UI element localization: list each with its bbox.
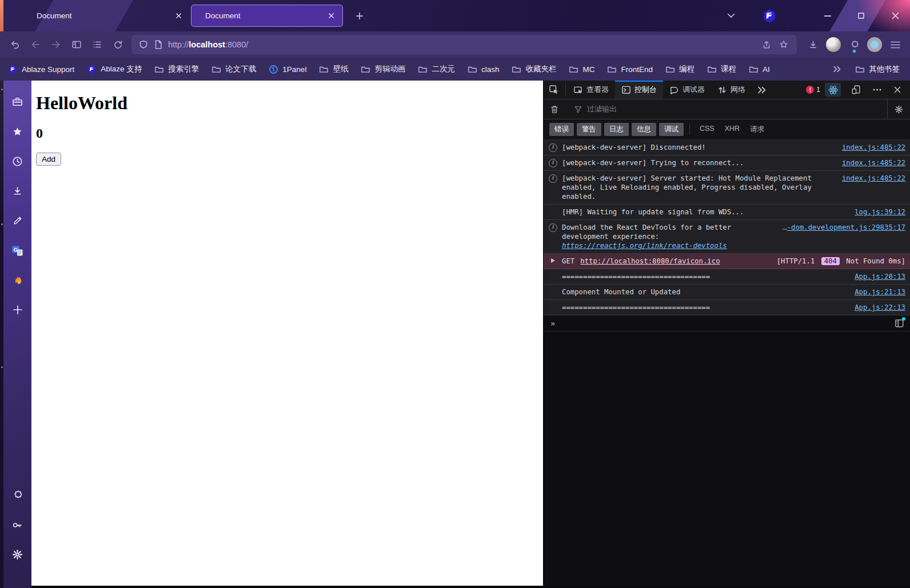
console-row[interactable]: Download the React DevTools for a better… [544,220,910,254]
bookmark-item[interactable]: FrontEnd [607,65,653,74]
responsive-design-icon[interactable] [846,85,867,95]
devtools-close-icon[interactable] [887,86,908,93]
browser-logo-icon[interactable] [759,0,780,31]
react-devtools-link[interactable]: https://reactjs.org/link/react-devtools [562,242,727,250]
tracking-shield-icon[interactable] [138,39,149,50]
filter-level-button[interactable]: 调试 [659,123,684,136]
url-bar[interactable]: http://localhost:8080/ [131,35,797,54]
filter-level-button[interactable]: 警告 [577,123,601,136]
bookmark-item[interactable]: 编程 [665,64,695,74]
add-panel-plus-icon[interactable] [8,300,27,319]
bookmark-item[interactable]: clash [468,65,500,74]
back-button[interactable] [25,35,46,54]
bookmark-item[interactable]: 壁纸 [319,64,348,74]
passwords-key-icon[interactable] [8,515,27,534]
bookmark-other-bookmarks[interactable]: 其他书签 [855,64,900,74]
profile-avatar[interactable] [823,35,844,54]
clear-console-trash-icon[interactable] [544,99,565,119]
console-row[interactable]: ===================================App.j… [544,300,910,315]
tab-close-icon[interactable] [324,9,338,23]
sidebar-toggle-button[interactable] [66,35,87,54]
split-console-icon[interactable] [895,319,904,328]
bookmark-item[interactable]: Ablaze 支持 [87,64,142,74]
downloads-icon[interactable] [8,181,27,201]
console-input-row[interactable]: » [544,315,910,331]
expand-arrow-icon[interactable] [544,257,562,263]
bookmark-item[interactable]: Ablaze Support [8,65,74,74]
bookmark-item[interactable]: 收藏夹栏 [512,64,556,74]
source-link[interactable]: App.js:20:13 [855,273,905,281]
new-tab-button[interactable] [351,8,368,24]
flame-icon[interactable] [8,270,27,290]
filter-level-button[interactable]: 信息 [632,123,656,136]
devtools-tab-network[interactable]: 网络 [711,81,752,99]
source-link[interactable]: log.js:39:12 [855,208,905,216]
notes-pencil-icon[interactable] [8,211,27,230]
history-clock-icon[interactable] [8,151,27,171]
devtools-tab-console[interactable]: 控制台 [615,81,663,99]
source-link[interactable]: App.js:22:13 [855,303,905,311]
bookmark-item[interactable]: AI [749,65,770,74]
source-link[interactable]: index.js:485:22 [842,159,905,167]
bookmark-item[interactable]: 1Panel [269,65,306,74]
tab-document-2-active[interactable]: Document [191,5,343,27]
extensions-button[interactable] [844,35,864,54]
filter-category-link[interactable]: CSS [700,125,715,134]
window-minimize-button[interactable] [814,0,841,31]
console-row[interactable]: [webpack-dev-server] Server started: Hot… [544,171,910,205]
translate-icon[interactable]: G [8,241,27,260]
bookmark-item[interactable]: MC [569,65,594,74]
forward-button[interactable] [46,35,66,54]
react-devtools-atom-icon[interactable] [825,83,841,97]
toolbox-icon[interactable] [8,92,27,111]
filter-category-link[interactable]: 请求 [750,125,764,134]
console-row[interactable]: ===================================App.j… [544,269,910,285]
source-link[interactable]: App.js:21:13 [855,288,905,296]
pick-element-icon[interactable] [544,81,564,99]
console-row-network-error[interactable]: GEThttp://localhost:8080/favicon.ico[HTT… [544,254,910,269]
menu-button[interactable] [885,35,905,54]
filter-level-button[interactable]: 错误 [549,123,574,136]
filter-category-link[interactable]: XHR [725,125,740,134]
console-row[interactable]: [HMR] Waiting for update signal from WDS… [544,205,910,220]
bookmark-item[interactable]: 论文下载 [211,64,256,74]
devtools-menu-icon[interactable] [867,89,887,91]
add-button[interactable]: Add [36,153,61,166]
undo-closed-tab-button[interactable] [5,35,25,54]
window-close-button[interactable] [880,0,910,31]
source-link[interactable]: -dom.development.js:29835:17 [787,223,905,231]
filter-level-button[interactable]: 日志 [604,123,629,136]
console-row[interactable]: [webpack-dev-server] Trying to reconnect… [544,155,910,171]
sidebar-extensions-puzzle-icon[interactable] [8,485,27,505]
console-filter-input[interactable]: 过滤输出 [568,104,887,114]
settings-gear-icon[interactable] [8,545,27,564]
page-info-icon[interactable] [154,39,163,50]
bookmark-item[interactable]: 课程 [707,64,736,74]
bookmark-item[interactable]: 二次元 [418,64,455,74]
bookmarks-star-icon[interactable] [8,122,27,141]
console-settings-gear-icon[interactable] [887,99,910,119]
bookmark-item[interactable]: 搜索引擎 [154,64,199,74]
bookmark-item[interactable]: 剪辑动画 [361,64,405,74]
network-request-url[interactable]: http://localhost:8080/favicon.ico [580,257,720,265]
bookmark-star-icon[interactable] [775,37,792,53]
tab-document-1[interactable]: Document [23,5,190,27]
reader-list-button[interactable] [87,35,107,54]
account-button[interactable] [864,35,885,54]
source-link[interactable]: index.js:485:22 [842,174,905,182]
devtools-more-tabs-icon[interactable] [752,81,772,99]
filter-category-links: CSSXHR请求 [695,125,769,134]
error-count-badge[interactable]: ! 1 [806,86,820,94]
console-row[interactable]: [webpack-dev-server] Disconnected!index.… [544,140,910,155]
share-icon[interactable] [758,37,775,53]
downloads-button[interactable] [803,35,823,54]
list-all-tabs-button[interactable] [721,0,741,31]
devtools-tab-inspector[interactable]: 查看器 [567,81,615,99]
bookmarks-overflow-button[interactable] [833,66,841,73]
reload-button[interactable] [107,35,128,54]
console-row[interactable]: Component Mounted or UpdatedApp.js:21:13 [544,285,910,300]
tab-close-icon[interactable] [171,9,185,23]
window-maximize-button[interactable] [847,0,875,31]
source-link[interactable]: index.js:485:22 [842,143,905,151]
devtools-tab-debugger[interactable]: 调试器 [663,81,711,99]
